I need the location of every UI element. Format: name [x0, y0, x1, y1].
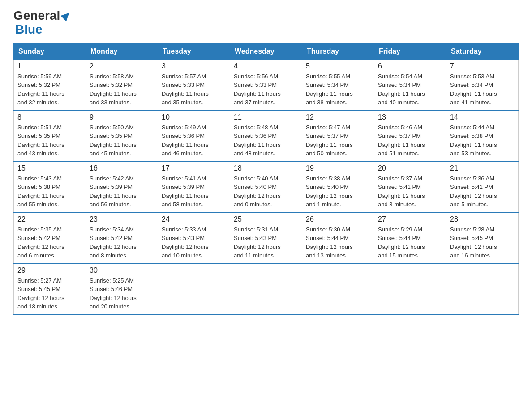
day-info: Sunrise: 5:27 AMSunset: 5:45 PMDaylight:… [17, 276, 82, 311]
calendar-cell: 16Sunrise: 5:42 AMSunset: 5:39 PMDayligh… [86, 161, 158, 212]
day-number: 3 [162, 62, 226, 70]
svg-marker-0 [61, 11, 71, 21]
weekday-header-saturday: Saturday [446, 43, 519, 59]
calendar-header-row: SundayMondayTuesdayWednesdayThursdayFrid… [14, 43, 519, 59]
day-number: 7 [450, 62, 515, 70]
day-number: 26 [306, 215, 370, 223]
calendar-cell: 28Sunrise: 5:28 AMSunset: 5:45 PMDayligh… [446, 212, 519, 263]
calendar-cell: 10Sunrise: 5:49 AMSunset: 5:36 PMDayligh… [158, 110, 230, 161]
calendar-cell: 2Sunrise: 5:58 AMSunset: 5:32 PMDaylight… [86, 59, 158, 110]
calendar-cell: 18Sunrise: 5:40 AMSunset: 5:40 PMDayligh… [230, 161, 302, 212]
day-info: Sunrise: 5:50 AMSunset: 5:35 PMDaylight:… [90, 123, 154, 158]
day-info: Sunrise: 5:54 AMSunset: 5:34 PMDaylight:… [378, 72, 442, 107]
weekday-header-tuesday: Tuesday [158, 43, 230, 59]
logo-arrow-icon [61, 11, 71, 21]
calendar-cell: 13Sunrise: 5:46 AMSunset: 5:37 PMDayligh… [374, 110, 446, 161]
day-number: 13 [378, 113, 442, 121]
logo-general-word: General [13, 9, 60, 23]
day-info: Sunrise: 5:53 AMSunset: 5:34 PMDaylight:… [450, 72, 515, 107]
day-number: 4 [234, 62, 298, 70]
logo-line1: General [13, 9, 71, 23]
logo-area: General Blue [13, 9, 71, 37]
page-header: General Blue [13, 9, 519, 37]
logo-block: General Blue [13, 9, 71, 37]
weekday-header-monday: Monday [86, 43, 158, 59]
calendar-week-row: 15Sunrise: 5:43 AMSunset: 5:38 PMDayligh… [14, 161, 519, 212]
day-number: 6 [378, 62, 442, 70]
calendar-cell [374, 263, 446, 314]
day-info: Sunrise: 5:28 AMSunset: 5:45 PMDaylight:… [450, 225, 515, 260]
day-info: Sunrise: 5:35 AMSunset: 5:42 PMDaylight:… [17, 225, 82, 260]
calendar-cell: 9Sunrise: 5:50 AMSunset: 5:35 PMDaylight… [86, 110, 158, 161]
calendar-cell: 20Sunrise: 5:37 AMSunset: 5:41 PMDayligh… [374, 161, 446, 212]
day-number: 29 [17, 266, 82, 274]
day-number: 12 [306, 113, 370, 121]
calendar-cell: 3Sunrise: 5:57 AMSunset: 5:33 PMDaylight… [158, 59, 230, 110]
day-number: 16 [90, 164, 154, 172]
logo-blue-word: Blue [15, 23, 43, 37]
calendar-week-row: 22Sunrise: 5:35 AMSunset: 5:42 PMDayligh… [14, 212, 519, 263]
calendar-cell: 27Sunrise: 5:29 AMSunset: 5:44 PMDayligh… [374, 212, 446, 263]
day-number: 28 [450, 215, 515, 223]
day-number: 27 [378, 215, 442, 223]
calendar-cell: 7Sunrise: 5:53 AMSunset: 5:34 PMDaylight… [446, 59, 519, 110]
calendar-cell: 5Sunrise: 5:55 AMSunset: 5:34 PMDaylight… [302, 59, 374, 110]
day-number: 21 [450, 164, 515, 172]
day-number: 25 [234, 215, 298, 223]
day-info: Sunrise: 5:44 AMSunset: 5:38 PMDaylight:… [450, 123, 515, 158]
day-number: 10 [162, 113, 226, 121]
day-info: Sunrise: 5:47 AMSunset: 5:37 PMDaylight:… [306, 123, 370, 158]
day-number: 1 [17, 62, 82, 70]
day-info: Sunrise: 5:43 AMSunset: 5:38 PMDaylight:… [17, 174, 82, 209]
day-info: Sunrise: 5:48 AMSunset: 5:36 PMDaylight:… [234, 123, 298, 158]
calendar-cell: 1Sunrise: 5:59 AMSunset: 5:32 PMDaylight… [14, 59, 86, 110]
calendar-cell: 23Sunrise: 5:34 AMSunset: 5:42 PMDayligh… [86, 212, 158, 263]
day-number: 23 [90, 215, 154, 223]
day-number: 14 [450, 113, 515, 121]
calendar-week-row: 29Sunrise: 5:27 AMSunset: 5:45 PMDayligh… [14, 263, 519, 314]
day-number: 8 [17, 113, 82, 121]
day-number: 22 [17, 215, 82, 223]
day-info: Sunrise: 5:31 AMSunset: 5:43 PMDaylight:… [234, 225, 298, 260]
calendar-cell: 11Sunrise: 5:48 AMSunset: 5:36 PMDayligh… [230, 110, 302, 161]
calendar-cell [302, 263, 374, 314]
day-info: Sunrise: 5:56 AMSunset: 5:33 PMDaylight:… [234, 72, 298, 107]
day-info: Sunrise: 5:59 AMSunset: 5:32 PMDaylight:… [17, 72, 82, 107]
weekday-header-wednesday: Wednesday [230, 43, 302, 59]
calendar-cell: 25Sunrise: 5:31 AMSunset: 5:43 PMDayligh… [230, 212, 302, 263]
day-info: Sunrise: 5:40 AMSunset: 5:40 PMDaylight:… [234, 174, 298, 209]
calendar-cell: 15Sunrise: 5:43 AMSunset: 5:38 PMDayligh… [14, 161, 86, 212]
day-number: 30 [90, 266, 154, 274]
day-info: Sunrise: 5:41 AMSunset: 5:39 PMDaylight:… [162, 174, 226, 209]
day-info: Sunrise: 5:38 AMSunset: 5:40 PMDaylight:… [306, 174, 370, 209]
day-number: 18 [234, 164, 298, 172]
calendar-cell [158, 263, 230, 314]
day-info: Sunrise: 5:57 AMSunset: 5:33 PMDaylight:… [162, 72, 226, 107]
calendar-week-row: 1Sunrise: 5:59 AMSunset: 5:32 PMDaylight… [14, 59, 519, 110]
day-number: 17 [162, 164, 226, 172]
calendar-table: SundayMondayTuesdayWednesdayThursdayFrid… [13, 43, 519, 315]
day-number: 19 [306, 164, 370, 172]
day-info: Sunrise: 5:37 AMSunset: 5:41 PMDaylight:… [378, 174, 442, 209]
day-info: Sunrise: 5:30 AMSunset: 5:44 PMDaylight:… [306, 225, 370, 260]
calendar-cell: 14Sunrise: 5:44 AMSunset: 5:38 PMDayligh… [446, 110, 519, 161]
calendar-cell: 17Sunrise: 5:41 AMSunset: 5:39 PMDayligh… [158, 161, 230, 212]
day-number: 11 [234, 113, 298, 121]
day-info: Sunrise: 5:25 AMSunset: 5:46 PMDaylight:… [90, 276, 154, 311]
calendar-cell: 29Sunrise: 5:27 AMSunset: 5:45 PMDayligh… [14, 263, 86, 314]
day-number: 20 [378, 164, 442, 172]
day-info: Sunrise: 5:55 AMSunset: 5:34 PMDaylight:… [306, 72, 370, 107]
calendar-cell: 26Sunrise: 5:30 AMSunset: 5:44 PMDayligh… [302, 212, 374, 263]
calendar-cell: 21Sunrise: 5:36 AMSunset: 5:41 PMDayligh… [446, 161, 519, 212]
day-number: 5 [306, 62, 370, 70]
calendar-cell: 19Sunrise: 5:38 AMSunset: 5:40 PMDayligh… [302, 161, 374, 212]
weekday-header-sunday: Sunday [14, 43, 86, 59]
day-info: Sunrise: 5:46 AMSunset: 5:37 PMDaylight:… [378, 123, 442, 158]
day-info: Sunrise: 5:36 AMSunset: 5:41 PMDaylight:… [450, 174, 515, 209]
day-number: 2 [90, 62, 154, 70]
calendar-week-row: 8Sunrise: 5:51 AMSunset: 5:35 PMDaylight… [14, 110, 519, 161]
day-number: 9 [90, 113, 154, 121]
weekday-header-thursday: Thursday [302, 43, 374, 59]
calendar-cell [446, 263, 519, 314]
day-info: Sunrise: 5:29 AMSunset: 5:44 PMDaylight:… [378, 225, 442, 260]
